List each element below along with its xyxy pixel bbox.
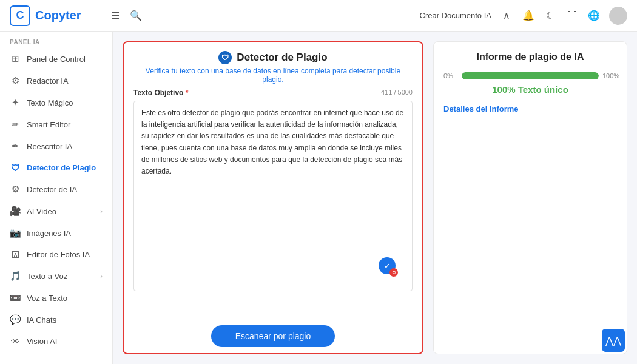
shield-icon: 🛡: [10, 163, 21, 173]
photo-icon: 🖼: [10, 249, 21, 260]
required-star: *: [186, 89, 189, 97]
detector-title-row: 🛡 Detector de Plagio: [136, 51, 410, 64]
sidebar-label-voz-texto: Voz a Texto: [27, 294, 67, 303]
ai-video-chevron: ›: [100, 207, 103, 215]
sidebar-item-ai-video[interactable]: 🎥 AI Video ›: [0, 200, 112, 222]
sidebar-section-label: PANEL IA: [0, 32, 112, 48]
progress-start-label: 0%: [443, 72, 458, 79]
sidebar: PANEL IA ⊞ Panel de Control ⚙ Redactor I…: [0, 32, 113, 364]
text-input-area[interactable]: Este es otro detector de plagio que podr…: [133, 101, 413, 291]
sidebar-item-reescritor-ia[interactable]: ✒ Reescritor IA: [0, 135, 112, 157]
progress-end-label: 100%: [602, 72, 617, 79]
avatar[interactable]: [609, 7, 627, 25]
sidebar-label-ai-video: AI Video: [27, 207, 56, 216]
sidebar-label-vision-ai: Vision AI: [27, 337, 57, 346]
topbar: C Copyter ☰ 🔍 Crear Documento IA ∧ 🔔 ☾ ⛶…: [0, 0, 637, 32]
logo-letter: C: [16, 9, 24, 22]
grid-icon: ⊞: [10, 53, 21, 64]
sidebar-item-detector-ia[interactable]: ⚙ Detector de IA: [0, 178, 112, 200]
detector-title: Detector de Plagio: [237, 52, 327, 64]
gear-icon: ⚙: [10, 75, 21, 86]
unique-text-label: 100% Texto único: [443, 84, 617, 95]
scroll-top-button[interactable]: ⋀⋀: [602, 329, 625, 352]
sidebar-item-detector-plagio[interactable]: 🛡 Detector de Plagio: [0, 157, 112, 178]
progress-bar-outer: [462, 72, 599, 79]
sidebar-label-texto-magico: Texto Mágico: [27, 98, 73, 107]
logo-area: C Copyter: [10, 5, 81, 26]
create-doc-label[interactable]: Crear Documento IA: [420, 11, 492, 20]
expand-icon[interactable]: ⛶: [565, 9, 579, 22]
camera-icon: 📷: [10, 228, 21, 238]
scan-button[interactable]: Escanear por plagio: [211, 325, 335, 347]
logo-text: Copyter: [35, 8, 81, 22]
sparkle-icon: ✦: [10, 97, 21, 108]
sidebar-item-vision-ai[interactable]: 👁 Vision AI: [0, 331, 112, 352]
sidebar-item-panel-control[interactable]: ⊞ Panel de Control: [0, 48, 112, 70]
center-panel: 🛡 Detector de Plagio Verifica tu texto c…: [123, 41, 423, 354]
report-title: Informe de plagio de IA: [443, 52, 617, 62]
fab-sub-icon: ⚙: [389, 268, 398, 277]
texto-objetivo-label: Texto Objetivo *: [133, 89, 188, 97]
progress-bar-inner: [462, 72, 599, 79]
sidebar-item-smart-editor[interactable]: ✏ Smart Editor: [0, 113, 112, 135]
fab-corner[interactable]: ✓ ⚙: [379, 257, 397, 275]
detector-subtitle: Verifica tu texto con una base de datos …: [136, 67, 410, 84]
sidebar-item-ia-chats[interactable]: 💬 IA Chats: [0, 309, 112, 331]
notification-icon[interactable]: 🔔: [522, 9, 535, 22]
sidebar-item-texto-magico[interactable]: ✦ Texto Mágico: [0, 92, 112, 113]
detalles-link[interactable]: Detalles del informe: [443, 104, 617, 113]
scroll-top-icon: ⋀⋀: [605, 335, 621, 346]
sidebar-item-imagenes-ia[interactable]: 📷 Imágenes IA: [0, 222, 112, 244]
sidebar-item-texto-voz[interactable]: 🎵 Texto a Voz ›: [0, 265, 112, 287]
topbar-right-icons: Crear Documento IA ∧ 🔔 ☾ ⛶ 🌐: [420, 7, 628, 25]
texto-objetivo-label-row: Texto Objetivo * 411 / 5000: [133, 89, 413, 97]
eye-icon: 👁: [10, 336, 21, 346]
video-icon: 🎥: [10, 206, 21, 217]
pen-icon: ✒: [10, 141, 21, 152]
detector-ia-icon: ⚙: [10, 184, 21, 195]
search-icon[interactable]: 🔍: [129, 9, 143, 22]
sidebar-label-imagenes-ia: Imágenes IA: [27, 229, 71, 238]
detector-header: 🛡 Detector de Plagio Verifica tu texto c…: [124, 42, 422, 89]
sidebar-label-editor-fotos: Editor de Fotos IA: [27, 250, 90, 259]
content-area: 🛡 Detector de Plagio Verifica tu texto c…: [113, 32, 637, 364]
chevron-icon: ∧: [500, 9, 513, 22]
main-body: PANEL IA ⊞ Panel de Control ⚙ Redactor I…: [0, 32, 637, 364]
logo-box: C: [10, 5, 30, 26]
sidebar-item-voz-texto[interactable]: 📼 Voz a Texto: [0, 287, 112, 309]
char-count: 411 / 5000: [381, 89, 413, 97]
sidebar-label-detector-ia: Detector de IA: [27, 185, 77, 194]
sidebar-item-redactor-ia[interactable]: ⚙ Redactor IA: [0, 70, 112, 92]
sidebar-item-editor-fotos[interactable]: 🖼 Editor de Fotos IA: [0, 244, 112, 265]
tape-icon: 📼: [10, 292, 21, 303]
progress-bar-wrap: 0% 100%: [443, 72, 617, 79]
chat-icon: 💬: [10, 314, 21, 325]
music-icon: 🎵: [10, 271, 21, 281]
scan-btn-wrap: Escanear por plagio: [124, 319, 422, 353]
text-content: Este es otro detector de plagio que podr…: [141, 109, 403, 175]
right-panel: Informe de plagio de IA 0% 100% 100% Tex…: [433, 41, 627, 354]
sidebar-label-ia-chats: IA Chats: [27, 315, 56, 325]
sidebar-label-panel-control: Panel de Control: [27, 55, 86, 64]
sidebar-label-detector-plagio: Detector de Plagio: [27, 163, 96, 172]
pencil-icon: ✏: [10, 119, 21, 130]
sidebar-label-texto-voz: Texto a Voz: [27, 272, 67, 281]
detector-body: Texto Objetivo * 411 / 5000 Este es otro…: [124, 89, 422, 319]
globe-icon[interactable]: 🌐: [587, 9, 601, 22]
moon-icon[interactable]: ☾: [544, 9, 557, 22]
sidebar-label-redactor-ia: Redactor IA: [27, 76, 69, 86]
sidebar-label-smart-editor: Smart Editor: [27, 120, 70, 129]
topbar-divider: [101, 7, 101, 25]
fab-inner-icon[interactable]: ✓ ⚙: [379, 257, 396, 274]
texto-voz-chevron: ›: [100, 272, 103, 280]
menu-icon[interactable]: ☰: [109, 9, 122, 22]
sidebar-label-reescritor-ia: Reescritor IA: [27, 142, 72, 151]
detector-shield-icon: 🛡: [218, 51, 232, 64]
